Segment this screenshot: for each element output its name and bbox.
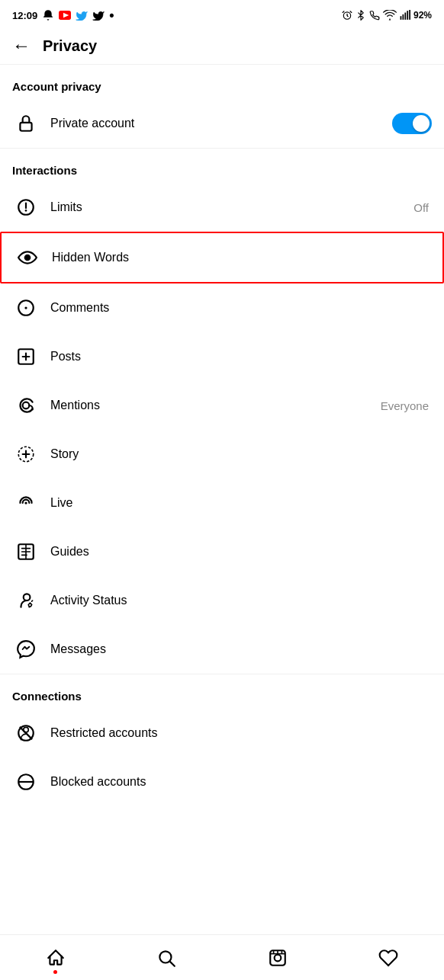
mentions-value: Everyone (381, 399, 429, 412)
svg-rect-3 (401, 16, 402, 20)
menu-item-posts[interactable]: Posts (0, 332, 444, 381)
home-icon (46, 948, 66, 968)
story-label: Story (50, 447, 432, 461)
svg-point-28 (24, 594, 31, 600)
status-bar: 12:09 • 92% (0, 0, 444, 27)
twitter-icon-1 (76, 10, 88, 21)
section-connections: Connections (0, 674, 444, 709)
hidden-words-label: Hidden Words (52, 251, 430, 264)
svg-point-31 (24, 727, 29, 732)
comments-label: Comments (50, 301, 432, 315)
activity-status-label: Activity Status (50, 594, 432, 607)
battery-percentage: 92% (413, 10, 432, 21)
story-icon (12, 440, 40, 468)
menu-item-guides[interactable]: Guides (0, 527, 444, 576)
svg-point-37 (274, 954, 281, 961)
svg-rect-6 (407, 11, 408, 20)
menu-item-story[interactable]: Story (0, 430, 444, 479)
back-button[interactable]: ← (12, 35, 31, 56)
plus-square-icon (12, 343, 40, 370)
live-icon (12, 489, 40, 517)
menu-item-hidden-words[interactable]: Hidden Words (0, 232, 444, 283)
menu-item-activity-status[interactable]: Activity Status (0, 576, 444, 625)
lock-icon (12, 110, 40, 137)
limits-label: Limits (50, 200, 413, 214)
notification-icon-1 (42, 9, 54, 21)
live-label: Live (50, 496, 432, 510)
restricted-accounts-label: Restricted accounts (50, 726, 432, 740)
youtube-icon (59, 10, 71, 21)
section-account-privacy: Account privacy (0, 65, 444, 99)
menu-item-live[interactable]: Live (0, 479, 444, 527)
page-title: Privacy (43, 37, 97, 55)
wifi-icon (383, 10, 397, 21)
guides-icon (12, 538, 40, 565)
nav-activity[interactable] (333, 935, 445, 980)
limits-icon (12, 194, 40, 221)
svg-rect-5 (404, 13, 406, 20)
activity-icon (12, 587, 40, 614)
alarm-icon (342, 10, 352, 21)
svg-rect-7 (409, 10, 410, 20)
guides-label: Guides (50, 545, 432, 559)
svg-point-18 (23, 402, 30, 409)
messages-label: Messages (50, 642, 432, 656)
menu-item-limits[interactable]: Limits Off (0, 183, 444, 232)
svg-point-22 (24, 501, 27, 504)
svg-point-14 (24, 306, 27, 309)
blocked-icon (12, 768, 40, 796)
reels-icon (268, 948, 288, 968)
menu-item-messages[interactable]: Messages (0, 625, 444, 674)
nav-reels[interactable] (222, 935, 333, 980)
nav-home[interactable] (0, 935, 111, 980)
svg-rect-4 (402, 14, 404, 20)
posts-label: Posts (50, 350, 432, 363)
app-header: ← Privacy (0, 27, 444, 65)
signal-icon (400, 10, 410, 21)
nav-search[interactable] (111, 935, 223, 980)
blocked-accounts-label: Blocked accounts (50, 775, 432, 789)
menu-item-private-account[interactable]: Private account (0, 99, 444, 148)
svg-point-11 (25, 210, 27, 212)
messenger-icon (12, 636, 40, 663)
home-active-dot (53, 970, 57, 974)
menu-item-comments[interactable]: Comments (0, 283, 444, 332)
time: 12:09 (12, 10, 37, 21)
dot-indicator: • (109, 8, 114, 24)
comment-icon (12, 294, 40, 322)
twitter-icon-2 (92, 10, 105, 21)
heart-icon (378, 948, 398, 968)
status-left: 12:09 • (12, 8, 114, 24)
bottom-nav (0, 934, 444, 980)
svg-rect-8 (20, 123, 31, 131)
content-scroll: Account privacy Private account Interact… (0, 65, 444, 860)
limits-value: Off (413, 201, 429, 214)
svg-point-12 (24, 255, 31, 261)
restricted-icon (12, 719, 40, 747)
call-icon (369, 10, 380, 21)
eye-icon (14, 244, 41, 271)
status-right: 92% (342, 10, 432, 21)
mentions-label: Mentions (50, 399, 381, 412)
bluetooth-icon (356, 10, 366, 21)
section-interactions: Interactions (0, 149, 444, 183)
menu-item-blocked-accounts[interactable]: Blocked accounts (0, 757, 444, 806)
private-account-toggle[interactable] (392, 113, 432, 134)
search-icon (156, 948, 176, 968)
menu-item-restricted-accounts[interactable]: Restricted accounts (0, 709, 444, 757)
menu-item-mentions[interactable]: Mentions Everyone (0, 381, 444, 430)
private-account-label: Private account (50, 117, 392, 130)
at-icon (12, 392, 40, 419)
svg-line-35 (170, 961, 175, 966)
